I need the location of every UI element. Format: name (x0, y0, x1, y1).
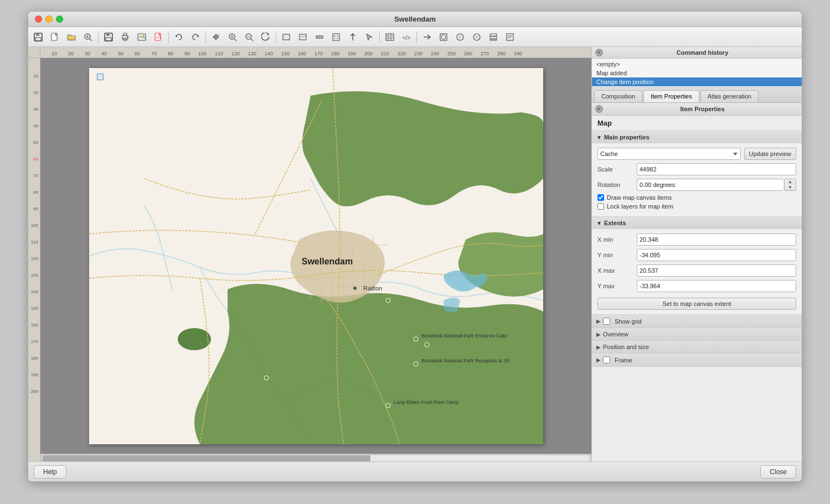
add-arrow-button[interactable] (345, 29, 360, 45)
lock-layers-row: Lock layers for map item (597, 203, 796, 210)
map-page[interactable]: Swellendam Railton Bontebok National Par… (89, 68, 543, 444)
update-preview-button[interactable]: Update preview (744, 148, 796, 160)
selection-handle[interactable] (97, 74, 104, 80)
zoom-in-button[interactable] (225, 29, 240, 45)
svg-rect-44 (507, 34, 513, 40)
svg-point-66 (414, 337, 418, 341)
svg-line-21 (234, 39, 236, 41)
horizontal-scrollbar[interactable] (40, 454, 591, 461)
tab-composition[interactable]: Composition (594, 90, 642, 102)
svg-point-65 (353, 287, 357, 290)
select-button[interactable] (362, 29, 377, 45)
svg-point-16 (143, 34, 145, 36)
attributes-table-button[interactable] (382, 29, 398, 45)
html-button[interactable]: </> (399, 29, 414, 45)
svg-point-64 (425, 342, 429, 347)
lock-layers-label: Lock layers for map item (607, 203, 673, 210)
position-size-header[interactable]: ▶ Position and size (592, 341, 802, 353)
redo-button[interactable] (188, 29, 203, 45)
show-grid-header[interactable]: ▶ Show grid (592, 315, 802, 328)
item-properties-close[interactable]: ✕ (595, 105, 603, 113)
cache-select[interactable]: Cache Render Rectangle (597, 148, 741, 160)
canvas-body[interactable]: Swellendam Railton Bontebok National Par… (40, 58, 591, 454)
zoom-out-button[interactable] (241, 29, 257, 45)
properties-button[interactable] (502, 29, 518, 45)
add-map-button[interactable] (279, 29, 294, 45)
rotation-up[interactable]: ▲ (785, 179, 796, 185)
svg-rect-1 (36, 33, 39, 36)
cmd-item-change-position[interactable]: Change item position (592, 77, 802, 86)
extents-header[interactable]: ▼ Extents (592, 217, 802, 229)
ymin-input[interactable] (637, 249, 796, 261)
xmin-input[interactable] (637, 233, 796, 246)
close-button[interactable]: Close (760, 465, 796, 479)
save-button[interactable] (30, 29, 46, 45)
overview-header[interactable]: ▶ Overview (592, 328, 802, 340)
rotation-input[interactable] (637, 179, 783, 191)
svg-rect-2 (35, 38, 41, 41)
show-grid-arrow: ▶ (596, 318, 601, 324)
pan-button[interactable] (208, 29, 224, 45)
svg-rect-43 (490, 39, 497, 40)
rotation-down[interactable]: ▼ (785, 185, 796, 190)
window-title: Swellendam (394, 15, 436, 23)
print-button[interactable] (117, 29, 133, 45)
main-properties-title: Main properties (604, 134, 649, 141)
svg-point-38 (441, 35, 446, 39)
separator-2 (168, 32, 169, 43)
export-pdf-button[interactable]: PDF (151, 29, 166, 45)
frame-checkbox[interactable] (603, 356, 610, 363)
command-history-close[interactable]: ✕ (595, 49, 603, 56)
ymax-input[interactable] (637, 280, 796, 292)
atlas-arrow-button[interactable] (419, 29, 435, 45)
atlas-coverage-button[interactable] (436, 29, 451, 45)
draw-map-canvas-label: Draw map canvas items (607, 194, 672, 201)
open-button[interactable] (64, 29, 79, 45)
tab-bar: Composition Item Properties Atlas genera… (592, 88, 802, 103)
xmax-input[interactable] (637, 264, 796, 277)
export-image-button[interactable] (134, 29, 149, 45)
frame-label: Frame (615, 357, 632, 363)
add-legend-button[interactable] (328, 29, 344, 45)
maximize-button[interactable] (56, 15, 63, 23)
separator-4 (276, 32, 276, 43)
layers-button[interactable] (486, 29, 501, 45)
rotation-spinner[interactable]: ▲ ▼ (784, 179, 796, 191)
cmd-item-map-added[interactable]: Map added (592, 69, 802, 77)
undo-button[interactable] (171, 29, 187, 45)
show-grid-checkbox[interactable] (603, 318, 610, 325)
main-properties-header[interactable]: ▼ Main properties (592, 131, 802, 143)
scale-input[interactable] (637, 163, 796, 175)
cache-row: Cache Render Rectangle Update preview (597, 148, 796, 160)
new-button[interactable] (47, 29, 63, 45)
atlas-map-button[interactable] (452, 29, 468, 45)
set-extent-button[interactable]: Set to map canvas extent (597, 298, 796, 310)
save2-button[interactable] (101, 29, 116, 45)
ymax-label: Y max (597, 283, 633, 289)
add-image2-button[interactable] (295, 29, 311, 45)
horizontal-ruler: 10 20 30 40 50 60 70 80 90 100 110 120 1… (40, 47, 591, 58)
add-scalebar-button[interactable] (312, 29, 327, 45)
help-button[interactable]: Help (34, 465, 66, 479)
ymax-row: Y max (597, 280, 796, 292)
cmd-item-empty[interactable]: <empty> (592, 60, 802, 69)
overview-arrow: ▶ (596, 331, 601, 337)
zoom-actual-button[interactable] (80, 29, 96, 45)
minimize-button[interactable] (45, 15, 53, 23)
main-window: Swellendam PDF (28, 11, 802, 482)
svg-rect-30 (333, 34, 339, 40)
svg-rect-42 (490, 37, 497, 39)
tab-atlas-generation[interactable]: Atlas generation (700, 90, 759, 102)
railton-label: Railton (363, 285, 382, 292)
xmax-row: X max (597, 264, 796, 277)
refresh-button[interactable] (258, 29, 274, 45)
frame-header[interactable]: ▶ Frame (592, 354, 802, 366)
main-properties-content: Cache Render Rectangle Update preview Sc… (592, 143, 802, 216)
lock-layers-checkbox[interactable] (597, 203, 604, 210)
draw-map-canvas-checkbox[interactable] (597, 194, 604, 201)
main-properties-arrow: ▼ (596, 134, 602, 141)
item-properties-header: ✕ Item Properties (592, 103, 802, 116)
close-button[interactable] (35, 15, 42, 23)
atlas-settings-button[interactable] (469, 29, 484, 45)
tab-item-properties[interactable]: Item Properties (643, 90, 699, 102)
